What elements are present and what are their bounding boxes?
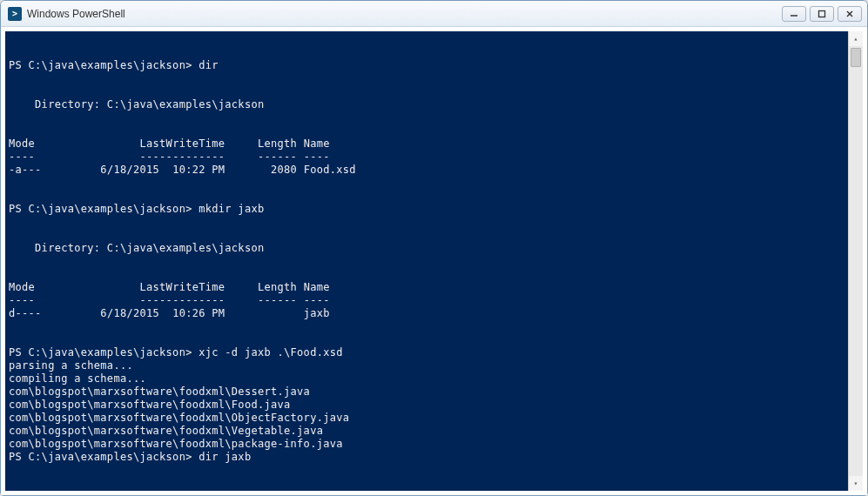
output-line: com\blogspot\marxsoftware\foodxml\Object… xyxy=(9,412,349,424)
dash: ---- xyxy=(304,294,330,306)
titlebar[interactable]: Windows PowerShell xyxy=(1,1,867,27)
list-length: 2080 xyxy=(271,164,297,176)
list-name: Food.xsd xyxy=(304,164,356,176)
directory-label: Directory: C:\java\examples\jackson xyxy=(9,98,264,111)
col-name: Name xyxy=(304,281,330,293)
prompt-line: PS C:\java\examples\jackson> dir jaxb xyxy=(9,451,251,463)
maximize-button[interactable] xyxy=(810,6,834,22)
col-lastwritetime: LastWriteTime xyxy=(140,137,225,150)
dash: ------ xyxy=(258,294,297,306)
window-controls xyxy=(778,6,862,22)
directory-label: Directory: C:\java\examples\jackson xyxy=(9,242,264,254)
powershell-icon xyxy=(8,7,22,21)
terminal[interactable]: PS C:\java\examples\jackson> dir Directo… xyxy=(5,31,863,491)
output-line: com\blogspot\marxsoftware\foodxml\Vegeta… xyxy=(9,425,323,437)
dash: ------------- xyxy=(140,294,225,306)
dash: ---- xyxy=(9,151,35,163)
output-line: parsing a schema... xyxy=(9,359,133,372)
scroll-track[interactable] xyxy=(849,46,863,476)
list-date: 6/18/2015 10:22 PM xyxy=(100,164,225,176)
dash: ---- xyxy=(9,294,35,306)
list-name: jaxb xyxy=(304,307,330,319)
prompt-line: PS C:\java\examples\jackson> dir xyxy=(9,59,219,71)
dash: ---- xyxy=(304,151,330,163)
output-line: com\blogspot\marxsoftware\foodxml\Food.j… xyxy=(9,399,291,411)
col-mode: Mode xyxy=(9,281,35,293)
scroll-thumb[interactable] xyxy=(851,48,861,67)
output-line: com\blogspot\marxsoftware\foodxml\Desser… xyxy=(9,385,310,398)
list-mode: d---- xyxy=(9,307,42,319)
scroll-up-button[interactable]: ▴ xyxy=(849,31,863,46)
col-lastwritetime: LastWriteTime xyxy=(140,281,225,293)
svg-rect-1 xyxy=(819,10,825,17)
client-area: PS C:\java\examples\jackson> dir Directo… xyxy=(1,27,867,495)
dash: ------ xyxy=(258,151,297,163)
dash: ------------- xyxy=(140,151,225,163)
col-name: Name xyxy=(304,137,330,150)
output-line: compiling a schema... xyxy=(9,372,146,385)
window-title: Windows PowerShell xyxy=(27,8,778,20)
list-date: 6/18/2015 10:26 PM xyxy=(100,307,225,319)
col-length: Length xyxy=(258,137,297,150)
close-button[interactable] xyxy=(838,6,862,22)
col-mode: Mode xyxy=(9,137,35,150)
vertical-scrollbar[interactable]: ▴ ▾ xyxy=(848,31,863,491)
scroll-down-button[interactable]: ▾ xyxy=(849,476,863,491)
prompt-line: PS C:\java\examples\jackson> mkdir jaxb xyxy=(9,203,264,215)
list-mode: -a--- xyxy=(9,164,42,176)
col-length: Length xyxy=(258,281,297,293)
minimize-button[interactable] xyxy=(782,6,806,22)
prompt-line: PS C:\java\examples\jackson> xjc -d jaxb… xyxy=(9,346,343,359)
window-frame: Windows PowerShell PS C:\java\examples\j… xyxy=(0,0,868,496)
terminal-content: PS C:\java\examples\jackson> dir Directo… xyxy=(9,46,861,491)
directory-label: Directory: C:\java\examples\jackson\jaxb xyxy=(9,490,297,491)
output-line: com\blogspot\marxsoftware\foodxml\packag… xyxy=(9,438,343,450)
